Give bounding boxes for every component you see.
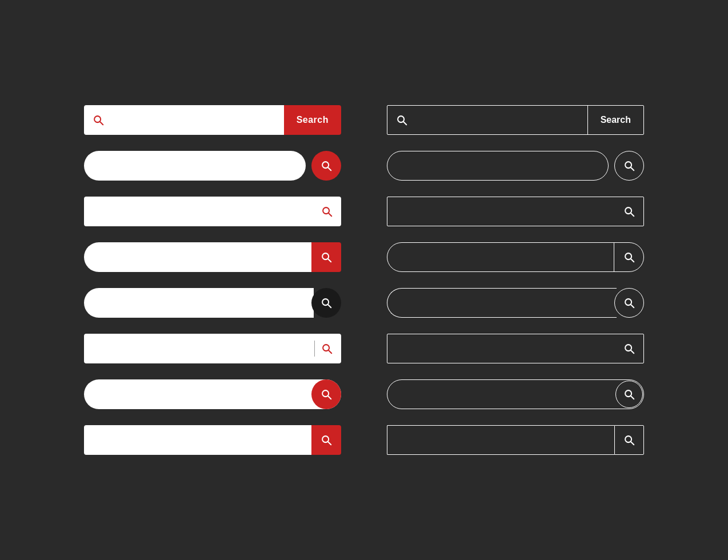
search-icon-6	[321, 342, 333, 355]
dark-search-icon-8	[623, 434, 635, 446]
dark-search-bar-2	[387, 151, 644, 181]
search-input-1[interactable]	[84, 105, 284, 135]
dark-search-bar-7	[387, 379, 644, 409]
svg-point-2	[322, 162, 329, 168]
search-bar-5	[84, 288, 341, 318]
search-button-4[interactable]	[311, 242, 341, 272]
dark-search-bar-4	[387, 242, 644, 272]
svg-point-18	[625, 162, 631, 168]
divider-6	[314, 341, 315, 357]
search-icon-7	[320, 388, 333, 401]
dark-search-button-1[interactable]: Search	[587, 106, 643, 134]
search-input-5[interactable]	[84, 288, 314, 318]
svg-line-17	[403, 122, 406, 125]
search-icon-4	[320, 251, 333, 263]
search-button-8[interactable]	[311, 425, 341, 455]
svg-point-10	[323, 345, 329, 351]
left-column: Search	[84, 105, 341, 455]
search-bar-3[interactable]	[84, 197, 341, 226]
search-icon-1	[92, 114, 105, 126]
dark-search-bar-6[interactable]	[387, 334, 644, 363]
search-input-2[interactable]	[84, 151, 306, 181]
search-bar-1: Search	[84, 105, 341, 135]
svg-point-30	[625, 436, 631, 442]
search-icon-3	[321, 205, 333, 218]
dark-search-input-8[interactable]	[387, 425, 614, 455]
svg-line-31	[631, 442, 634, 445]
dark-search-icon-3	[623, 205, 635, 218]
svg-point-8	[322, 299, 329, 305]
search-button-2[interactable]	[311, 151, 341, 181]
right-column: Search	[387, 105, 644, 455]
svg-point-14	[322, 436, 329, 442]
svg-line-29	[631, 396, 634, 399]
svg-point-6	[322, 253, 329, 259]
svg-line-25	[631, 305, 634, 307]
dark-search-button-7[interactable]	[615, 381, 643, 408]
dark-search-input-4[interactable]	[387, 243, 614, 271]
dark-search-input-7[interactable]	[387, 379, 644, 409]
dark-search-bar-5	[387, 288, 644, 318]
svg-line-1	[100, 122, 103, 125]
svg-point-26	[625, 345, 631, 351]
search-icon-5	[320, 297, 333, 309]
svg-line-7	[328, 259, 331, 262]
search-bar-7	[84, 379, 341, 409]
dark-search-button-5[interactable]	[614, 288, 644, 318]
svg-point-28	[625, 390, 631, 397]
dark-search-icon-1	[395, 114, 408, 126]
dark-search-bar-8	[387, 425, 644, 455]
search-icon-2	[320, 159, 333, 172]
svg-line-13	[328, 396, 331, 399]
search-bar-4	[84, 242, 341, 272]
search-bar-2	[84, 151, 341, 181]
search-input-8[interactable]	[84, 425, 311, 455]
dark-search-icon-2	[623, 159, 635, 172]
search-button-7[interactable]	[311, 379, 341, 409]
svg-point-4	[323, 207, 329, 214]
dark-search-icon-7	[623, 388, 635, 401]
svg-point-20	[625, 207, 631, 214]
search-input-7[interactable]	[84, 379, 341, 409]
main-container: Search	[61, 82, 667, 478]
dark-search-icon-4	[623, 251, 635, 263]
dark-search-input-5[interactable]	[387, 288, 617, 318]
svg-line-21	[631, 213, 634, 216]
search-icon-8	[320, 434, 333, 446]
dark-search-input-1[interactable]	[387, 106, 587, 134]
svg-point-24	[625, 299, 631, 305]
dark-search-bar-1: Search	[387, 105, 644, 135]
svg-line-27	[631, 350, 634, 353]
svg-point-12	[322, 390, 329, 397]
svg-line-23	[631, 259, 634, 262]
svg-line-9	[328, 305, 331, 307]
svg-line-15	[328, 442, 331, 445]
svg-line-5	[329, 213, 331, 216]
search-button-5[interactable]	[311, 288, 341, 318]
search-bar-6[interactable]	[84, 334, 341, 363]
dark-search-icon-area-4[interactable]	[614, 243, 643, 271]
svg-line-3	[328, 167, 331, 170]
svg-line-11	[329, 350, 331, 353]
dark-search-input-2[interactable]	[387, 151, 609, 181]
dark-search-button-2[interactable]	[614, 151, 644, 181]
svg-line-19	[631, 167, 634, 170]
search-input-4[interactable]	[84, 242, 311, 272]
svg-point-22	[625, 253, 631, 259]
search-bar-8	[84, 425, 341, 455]
dark-search-button-8[interactable]	[614, 425, 644, 455]
dark-search-icon-5	[623, 297, 635, 309]
svg-point-0	[94, 116, 101, 122]
search-icon-area-6	[314, 341, 334, 357]
dark-search-bar-3[interactable]	[387, 197, 644, 226]
svg-point-16	[398, 116, 404, 122]
dark-search-icon-6	[623, 342, 635, 355]
search-button-1[interactable]: Search	[284, 105, 341, 135]
